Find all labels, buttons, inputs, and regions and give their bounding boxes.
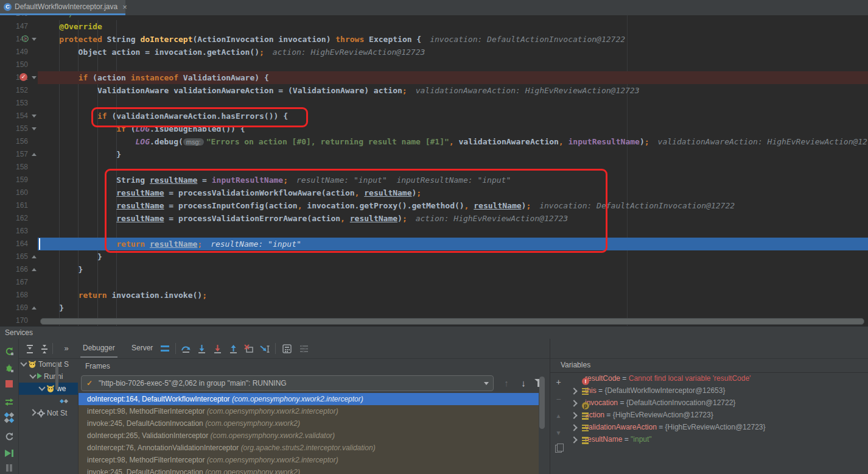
service-tree-row-not-st[interactable]: Not St	[19, 407, 78, 419]
override-method-icon[interactable]: ↑	[22, 35, 29, 42]
force-step-into-button[interactable]	[211, 342, 224, 355]
line-number[interactable]: 167	[16, 276, 28, 289]
fold-marker[interactable]	[32, 268, 37, 271]
fold-marker[interactable]	[32, 153, 37, 156]
code-line-165[interactable]: 165 }	[0, 250, 868, 263]
code-text[interactable]: }	[38, 148, 868, 161]
frame-row[interactable]: doIntercept:164, DefaultWorkflowIntercep…	[79, 393, 539, 405]
chevron-right-icon[interactable]	[570, 412, 577, 419]
line-number[interactable]: 154	[16, 110, 28, 122]
gutter[interactable]: 159	[0, 174, 38, 186]
pause-button[interactable]	[0, 462, 18, 474]
code-text[interactable]	[38, 276, 868, 289]
code-line-149[interactable]: 149 Object action = invocation.getAction…	[0, 46, 868, 58]
more-actions-icon[interactable]: »	[60, 342, 73, 355]
evaluate-expression-button[interactable]	[280, 342, 293, 355]
gutter[interactable]: 161	[0, 199, 38, 212]
line-number[interactable]: 160	[16, 186, 28, 199]
code-line-167[interactable]: 167	[0, 276, 868, 289]
code-text[interactable]: resultName = processValidationWorkflowAw…	[38, 186, 868, 199]
chevron-down-icon[interactable]	[38, 384, 45, 391]
code-text[interactable]: */	[38, 15, 868, 20]
previous-frame-button[interactable]: ↑	[499, 375, 514, 391]
fold-marker[interactable]	[32, 255, 37, 258]
gutter[interactable]: 163	[0, 225, 38, 238]
code-line-168[interactable]: 168 return invocation.invoke();	[0, 289, 868, 302]
gutter[interactable]: 167	[0, 276, 38, 289]
gutter[interactable]: 153	[0, 97, 38, 110]
line-number[interactable]: 152	[16, 84, 28, 97]
code-line-153[interactable]: 153	[0, 97, 868, 110]
debug-button[interactable]	[0, 361, 18, 374]
editor-horizontal-scrollbar[interactable]	[40, 318, 864, 325]
update-application-button[interactable]	[0, 412, 18, 425]
step-out-button[interactable]	[226, 342, 240, 355]
move-up-button[interactable]: ▲	[550, 410, 567, 422]
code-text[interactable]	[38, 225, 868, 238]
resume-button[interactable]	[0, 447, 18, 461]
line-number[interactable]: 170	[16, 314, 28, 326]
code-text[interactable]: ValidationAware validationAwareAction = …	[38, 84, 868, 97]
tree-scrollbar[interactable]	[55, 362, 58, 390]
fold-marker[interactable]	[32, 76, 37, 79]
gutter[interactable]: 160	[0, 186, 38, 199]
thread-selector[interactable]: ✓ "http-bio-7026-exec-5"@2,062 in group …	[81, 375, 494, 391]
line-number[interactable]: 168	[16, 289, 28, 302]
chevron-down-icon[interactable]	[20, 359, 27, 366]
gutter[interactable]: 147	[0, 20, 38, 33]
line-number[interactable]: 166	[16, 263, 28, 276]
redeploy-button[interactable]	[0, 395, 18, 408]
gutter[interactable]: 170	[0, 314, 38, 326]
code-text[interactable]: resultName = processInputConfig(action, …	[38, 199, 868, 212]
line-number[interactable]: 158	[16, 161, 28, 174]
gutter[interactable]: 151✓	[0, 71, 38, 84]
code-text[interactable]: resultName = processValidationErrorAware…	[38, 212, 868, 225]
service-tree-row-runni[interactable]: Runni	[19, 370, 78, 383]
line-number[interactable]: 164	[16, 238, 28, 250]
service-tree-row-tomcat-s[interactable]: Tomcat S	[19, 358, 78, 370]
chevron-right-icon[interactable]	[570, 424, 577, 431]
frames-scrollbar[interactable]	[539, 377, 545, 429]
code-text[interactable]: LOG.debug(msg:"Errors on action [#0], re…	[38, 135, 868, 148]
code-text[interactable]: Object action = invocation.getAction();a…	[38, 46, 868, 58]
tab-server[interactable]: Server	[128, 339, 156, 358]
move-down-button[interactable]: ▼	[550, 427, 567, 439]
gutter[interactable]: 146	[0, 15, 38, 20]
code-line-147[interactable]: 147 @Override	[0, 20, 868, 33]
line-number[interactable]: 146	[16, 15, 28, 20]
collapse-all-icon[interactable]	[38, 342, 51, 355]
services-panel-header[interactable]: Services	[0, 326, 868, 339]
code-line-164[interactable]: 164 return resultName;resultName: "input…	[0, 238, 868, 250]
gutter[interactable]: 164	[0, 238, 38, 250]
line-number[interactable]: 157	[16, 148, 28, 161]
gutter[interactable]: 152	[0, 84, 38, 97]
chevron-down-icon[interactable]	[29, 372, 36, 378]
gutter[interactable]: 166	[0, 263, 38, 276]
gutter[interactable]: 157	[0, 148, 38, 161]
frame-row[interactable]: doIntercept:265, ValidationInterceptor (…	[79, 430, 539, 442]
code-text[interactable]: protected String doIntercept(ActionInvoc…	[38, 33, 868, 46]
code-text[interactable]: }	[38, 263, 868, 276]
code-line-148[interactable]: 148↑ protected String doIntercept(Action…	[0, 33, 868, 46]
gutter[interactable]: 156	[0, 135, 38, 148]
variable-row-invocation[interactable]: pinvocation = {DefaultActionInvocation@1…	[567, 397, 868, 409]
line-number[interactable]: 162	[16, 212, 28, 225]
step-into-button[interactable]	[195, 342, 208, 355]
line-number[interactable]: 156	[16, 135, 28, 148]
variable-row-this[interactable]: this = {DefaultWorkflowInterceptor@12653…	[567, 384, 868, 397]
expand-all-icon[interactable]	[23, 342, 37, 355]
add-watch-button[interactable]: +	[550, 376, 567, 388]
refresh-icon[interactable]	[0, 429, 18, 442]
code-editor[interactable]: 146 */147 @Override148↑ protected String…	[0, 15, 868, 326]
duplicate-watch-icon[interactable]	[550, 443, 567, 455]
remove-watch-button[interactable]: −	[550, 393, 567, 405]
code-text[interactable]: if (action instanceof ValidationAware) {	[38, 71, 868, 84]
code-line-159[interactable]: 159 String resultName = inputResultName;…	[0, 174, 868, 186]
code-text[interactable]	[38, 97, 868, 110]
line-number[interactable]: 153	[16, 97, 28, 110]
tab-debugger[interactable]: Debugger	[79, 339, 119, 358]
line-number[interactable]: 149	[16, 46, 28, 58]
gutter[interactable]: 154	[0, 110, 38, 122]
code-line-161[interactable]: 161 resultName = processInputConfig(acti…	[0, 199, 868, 212]
code-line-152[interactable]: 152 ValidationAware validationAwareActio…	[0, 84, 868, 97]
